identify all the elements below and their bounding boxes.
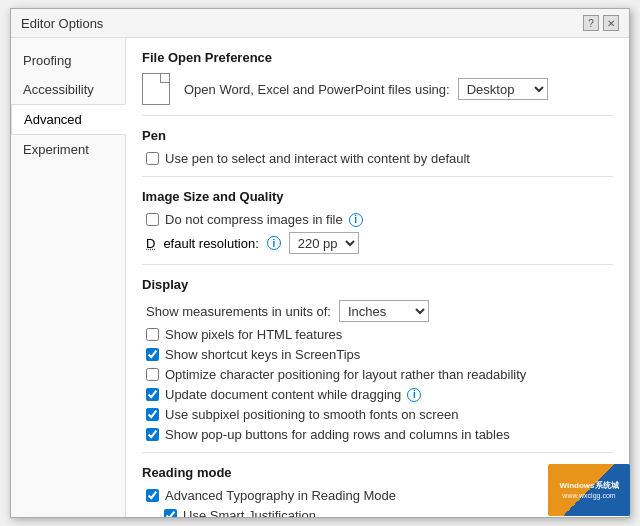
title-bar-controls: ? ✕ [583, 15, 619, 31]
display-section-title: Display [142, 277, 613, 292]
sidebar: ProofingAccessibilityAdvancedExperiment [11, 38, 126, 517]
update-doc-row: Update document content while dragging i [142, 387, 613, 402]
adv-typography-row: Advanced Typography in Reading Mode [142, 488, 613, 503]
no-compress-checkbox[interactable] [146, 213, 159, 226]
smart-justify-row: Use Smart Justification [142, 508, 613, 517]
update-doc-text: Update document content while dragging [165, 387, 401, 402]
divider-2 [142, 176, 613, 177]
watermark-line2: www.wxclgg.com [562, 491, 615, 501]
resolution-info-icon[interactable]: i [267, 236, 281, 250]
shortcut-keys-row: Show shortcut keys in ScreenTips [142, 347, 613, 362]
file-open-row: Open Word, Excel and PowerPoint files us… [142, 73, 613, 105]
divider-1 [142, 115, 613, 116]
resolution-label: D [146, 236, 155, 251]
measurements-select[interactable]: Inches Centimeters Millimeters Points Pi… [339, 300, 429, 322]
pen-section-title: Pen [142, 128, 613, 143]
adv-typography-label[interactable]: Advanced Typography in Reading Mode [146, 488, 396, 503]
resolution-select[interactable]: 96 ppi 150 ppi 220 ppi 330 ppi [289, 232, 359, 254]
update-doc-label[interactable]: Update document content while dragging i [146, 387, 421, 402]
popup-buttons-checkbox[interactable] [146, 428, 159, 441]
pixels-html-label[interactable]: Show pixels for HTML features [146, 327, 342, 342]
shortcut-keys-checkbox[interactable] [146, 348, 159, 361]
title-bar: Editor Options ? ✕ [11, 9, 629, 38]
no-compress-info-icon[interactable]: i [349, 213, 363, 227]
adv-typography-text: Advanced Typography in Reading Mode [165, 488, 396, 503]
optimize-char-text: Optimize character positioning for layou… [165, 367, 526, 382]
main-content: File Open Preference Open Word, Excel an… [126, 38, 629, 517]
watermark-line1: Windows系统城 [559, 480, 618, 491]
pixels-html-checkbox[interactable] [146, 328, 159, 341]
no-compress-row: Do not compress images in file i [142, 212, 613, 227]
measurements-label: Show measurements in units of: [146, 304, 331, 319]
smart-justify-text: Use Smart Justification [183, 508, 316, 517]
subpixel-text: Use subpixel positioning to smooth fonts… [165, 407, 458, 422]
pen-label-text: Use pen to select and interact with cont… [165, 151, 470, 166]
no-compress-label[interactable]: Do not compress images in file i [146, 212, 363, 227]
editor-options-dialog: Editor Options ? ✕ ProofingAccessibility… [10, 8, 630, 518]
update-doc-info-icon[interactable]: i [407, 388, 421, 402]
file-open-description: Open Word, Excel and PowerPoint files us… [184, 82, 450, 97]
update-doc-checkbox[interactable] [146, 388, 159, 401]
shortcut-keys-text: Show shortcut keys in ScreenTips [165, 347, 360, 362]
resolution-row: Default resolution: i 96 ppi 150 ppi 220… [142, 232, 613, 254]
file-open-select[interactable]: Desktop Browser App [458, 78, 548, 100]
file-icon [142, 73, 170, 105]
dialog-body: ProofingAccessibilityAdvancedExperiment … [11, 38, 629, 517]
adv-typography-checkbox[interactable] [146, 489, 159, 502]
sidebar-item-experiment[interactable]: Experiment [11, 135, 125, 164]
popup-buttons-text: Show pop-up buttons for adding rows and … [165, 427, 510, 442]
divider-3 [142, 264, 613, 265]
pen-checkbox-row: Use pen to select and interact with cont… [142, 151, 613, 166]
sidebar-item-advanced[interactable]: Advanced [11, 104, 126, 135]
help-button[interactable]: ? [583, 15, 599, 31]
file-open-section-title: File Open Preference [142, 50, 613, 65]
smart-justify-label[interactable]: Use Smart Justification [164, 508, 316, 517]
shortcut-keys-label[interactable]: Show shortcut keys in ScreenTips [146, 347, 360, 362]
divider-4 [142, 452, 613, 453]
no-compress-label-text: Do not compress images in file [165, 212, 343, 227]
measurements-row: Show measurements in units of: Inches Ce… [142, 300, 613, 322]
pen-checkbox[interactable] [146, 152, 159, 165]
smart-justify-checkbox[interactable] [164, 509, 177, 517]
optimize-char-label[interactable]: Optimize character positioning for layou… [146, 367, 526, 382]
popup-buttons-label[interactable]: Show pop-up buttons for adding rows and … [146, 427, 510, 442]
subpixel-checkbox[interactable] [146, 408, 159, 421]
close-button[interactable]: ✕ [603, 15, 619, 31]
subpixel-row: Use subpixel positioning to smooth fonts… [142, 407, 613, 422]
popup-buttons-row: Show pop-up buttons for adding rows and … [142, 427, 613, 442]
optimize-char-checkbox[interactable] [146, 368, 159, 381]
watermark: Windows系统城 www.wxclgg.com [548, 464, 630, 516]
reading-mode-section-title: Reading mode [142, 465, 613, 480]
pixels-html-text: Show pixels for HTML features [165, 327, 342, 342]
subpixel-label[interactable]: Use subpixel positioning to smooth fonts… [146, 407, 458, 422]
pixels-html-row: Show pixels for HTML features [142, 327, 613, 342]
sidebar-item-proofing[interactable]: Proofing [11, 46, 125, 75]
resolution-label-rest: efault resolution: [163, 236, 258, 251]
pen-label[interactable]: Use pen to select and interact with cont… [146, 151, 470, 166]
image-size-section-title: Image Size and Quality [142, 189, 613, 204]
optimize-char-row: Optimize character positioning for layou… [142, 367, 613, 382]
dialog-title: Editor Options [21, 16, 103, 31]
sidebar-item-accessibility[interactable]: Accessibility [11, 75, 125, 104]
